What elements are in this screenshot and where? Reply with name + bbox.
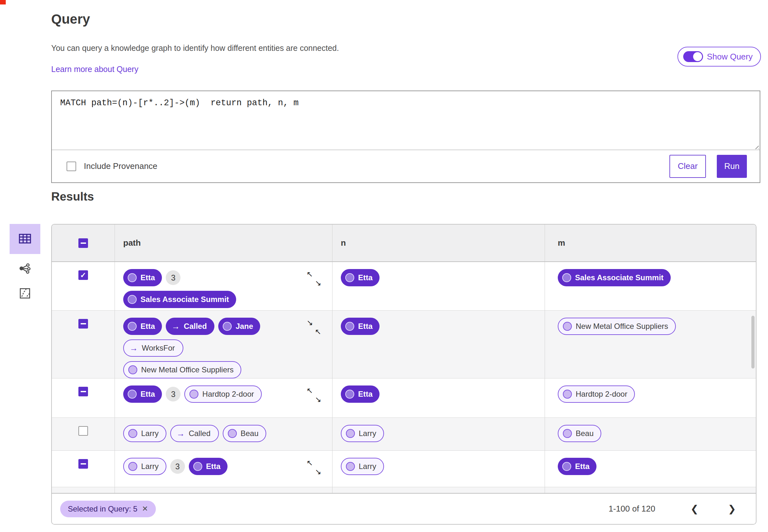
select-all-checkbox[interactable] <box>78 238 88 248</box>
arrow-glyph: ↘ <box>315 396 321 403</box>
arrow-right-icon: → <box>177 429 185 439</box>
row-checkbox[interactable] <box>78 459 88 469</box>
collapse-icon[interactable]: ↘↖ <box>307 319 321 336</box>
learn-more-link[interactable]: Learn more about Query <box>51 65 138 74</box>
n-cell: Larry <box>332 451 545 487</box>
n-cell: Etta <box>332 378 545 417</box>
graph-view-button[interactable] <box>10 258 40 279</box>
node-circle-icon <box>128 322 137 331</box>
include-provenance-checkbox[interactable] <box>67 162 76 171</box>
node-circle-icon <box>562 462 571 471</box>
node-pill[interactable]: Etta <box>341 269 380 286</box>
row-checkbox[interactable]: ✓ <box>78 270 88 280</box>
table-header: path n m <box>52 225 756 262</box>
table-row: Etta→CalledJane→WorksForNew Metal Office… <box>52 311 756 378</box>
expand-icon[interactable]: ↖↘ <box>307 387 321 403</box>
node-pill[interactable]: Jane <box>218 318 260 335</box>
pill-label: Called <box>184 322 207 331</box>
node-circle-icon <box>562 273 571 282</box>
edge-pill[interactable]: →WorksFor <box>123 339 183 357</box>
pill-label: Sales Associate Summit <box>575 273 664 282</box>
path-cell: Larry3Etta↖↘ <box>115 451 332 487</box>
table-row: ✓Etta3Sales Associate Summit↖↘EttaSales … <box>52 262 756 311</box>
row-checkbox[interactable] <box>78 426 88 436</box>
expand-icon[interactable]: ↖↘ <box>307 270 321 287</box>
arrow-glyph: ↖ <box>307 459 313 467</box>
node-pill[interactable]: Etta <box>123 318 162 335</box>
pill-label: Hardtop 2-door <box>576 390 627 399</box>
table-view-button[interactable] <box>10 224 40 254</box>
node-pill[interactable]: Larry <box>341 458 384 475</box>
node-pill[interactable]: New Metal Office Suppliers <box>558 318 676 335</box>
m-cell: Beau <box>545 418 756 450</box>
arrow-glyph: ↘ <box>315 468 321 476</box>
clear-button[interactable]: Clear <box>669 155 706 178</box>
node-pill[interactable]: Hardtop 2-door <box>558 385 635 403</box>
next-page-button[interactable]: ❯ <box>728 503 736 514</box>
node-circle-icon <box>128 462 137 471</box>
table-scrollbar[interactable] <box>751 316 755 369</box>
node-pill[interactable]: Etta <box>558 458 596 475</box>
node-circle-icon <box>223 322 232 331</box>
show-query-label: Show Query <box>707 52 753 62</box>
m-cell: New Metal Office Suppliers <box>545 311 756 378</box>
corner-marker <box>0 0 6 4</box>
pill-label: Jane <box>236 322 253 331</box>
toggle-switch-icon[interactable] <box>683 51 703 62</box>
query-input[interactable]: MATCH path=(n)-[r*..2]->(m) return path,… <box>52 91 760 150</box>
arrow-glyph: ↖ <box>307 387 313 394</box>
node-circle-icon <box>128 429 137 438</box>
page-description: You can query a knowledge graph to ident… <box>51 44 339 53</box>
node-pill[interactable]: Etta <box>123 385 162 403</box>
count-badge: 3 <box>166 387 180 401</box>
node-pill[interactable]: Etta <box>341 385 380 403</box>
path-line: Larry→CalledBeau <box>123 425 266 442</box>
pill-label: Larry <box>141 462 159 471</box>
table-icon <box>18 231 32 247</box>
node-pill[interactable]: Sales Associate Summit <box>558 269 671 286</box>
path-line: Etta→CalledJane <box>123 318 260 335</box>
node-pill[interactable]: Etta <box>341 318 380 335</box>
m-cell <box>545 487 756 493</box>
edge-pill[interactable]: →Called <box>170 425 219 442</box>
node-circle-icon <box>346 429 355 438</box>
node-pill[interactable]: New Metal Office Suppliers <box>123 361 241 378</box>
arrow-glyph: ↘ <box>307 319 313 327</box>
edge-pill[interactable]: →Called <box>166 318 214 335</box>
path-line: New Metal Office Suppliers <box>123 361 241 378</box>
network-icon <box>18 261 32 276</box>
pill-label: Larry <box>359 429 376 438</box>
node-pill[interactable]: Hardtop 2-door <box>184 385 261 403</box>
node-pill[interactable]: Larry <box>123 425 166 442</box>
arrow-right-icon: → <box>172 322 180 331</box>
row-checkbox[interactable] <box>78 319 88 329</box>
pill-label: Beau <box>576 429 594 438</box>
minus-icon <box>81 463 86 465</box>
row-checkbox[interactable] <box>78 387 88 396</box>
node-circle-icon <box>345 273 354 282</box>
n-cell: Etta <box>332 262 545 310</box>
pill-label: Etta <box>206 462 220 471</box>
node-pill[interactable]: Etta <box>123 269 162 286</box>
node-pill[interactable]: Beau <box>223 425 266 442</box>
results-panel: path n m ✓Etta3Sales Associate Summit↖↘E… <box>51 224 756 525</box>
node-pill[interactable]: Sales Associate Summit <box>123 291 236 308</box>
node-pill[interactable]: Larry <box>123 458 166 475</box>
prev-page-button[interactable]: ❮ <box>691 503 699 514</box>
selected-in-query-chip[interactable]: Selected in Query: 5 ✕ <box>60 501 156 517</box>
node-pill[interactable]: Etta <box>189 458 228 475</box>
node-pill[interactable]: Beau <box>558 425 601 442</box>
row-select-cell <box>52 418 115 450</box>
run-button[interactable]: Run <box>717 155 747 178</box>
node-circle-icon <box>345 390 354 399</box>
pill-label: Etta <box>358 273 372 282</box>
node-circle-icon <box>128 295 137 304</box>
node-circle-icon <box>128 390 137 399</box>
close-icon[interactable]: ✕ <box>142 504 148 513</box>
node-pill[interactable]: Larry <box>341 425 384 442</box>
results-rows: ✓Etta3Sales Associate Summit↖↘EttaSales … <box>52 262 756 493</box>
map-view-button[interactable] <box>10 283 40 304</box>
pill-label: Etta <box>140 390 155 399</box>
show-query-toggle[interactable]: Show Query <box>677 47 761 67</box>
expand-icon[interactable]: ↖↘ <box>307 459 321 476</box>
